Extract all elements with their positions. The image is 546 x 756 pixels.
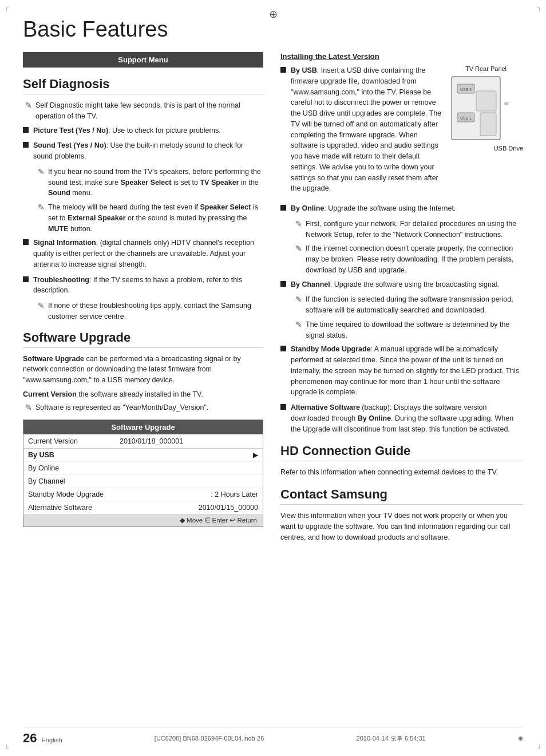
sw-upgrade-bold: Software Upgrade [23,355,84,363]
sw-menu-alternative-value: 2010/01/15_00000 [199,504,258,512]
by-online-note-1-text: First, configure your network. For detai… [306,219,523,240]
by-online-note-2-text: If the internet connection doesn't opera… [306,243,523,275]
bullet-icon [280,205,286,211]
sw-menu-by-channel[interactable]: By Channel [23,475,263,488]
by-usb-desc: : Insert a USB drive containing the firm… [291,66,441,192]
footer-date: 2010-04-14 오후 6:54:31 [357,734,426,743]
corner-mark-br: ┘ [537,745,541,751]
sw-table-footer: ◆ Move ∈ Enter ↩ Return [23,514,263,527]
sound-notes: ✎ If you hear no sound from the TV's spe… [23,167,263,235]
software-upgrade-title: Software Upgrade [23,330,263,348]
bullet-icon [23,239,29,245]
page-footer: 26 English [UC6200] BN68-02694F-00L04.in… [23,727,523,746]
sw-table-header: Software Upgrade [23,420,263,434]
by-channel-note-1-text: If the function is selected during the s… [306,294,523,316]
self-diagnosis-title: Self Diagnosis [23,77,263,94]
by-channel-text: By Channel: Upgrade the software using t… [291,279,499,290]
svg-text:or: or [504,101,509,106]
by-online-note-2: ✎ If the internet connection doesn't ope… [293,243,523,275]
current-version-label: Current Version [23,390,77,398]
crosshair-bottom-icon: ⊕ [518,735,523,742]
sound-test-text: Sound Test (Yes / No): Use the built-in … [33,140,263,162]
bullet-icon [23,276,29,282]
page-number: 26 [23,731,37,746]
note-icon: ✎ [295,219,302,228]
svg-text:USB 1: USB 1 [460,116,472,120]
footer-file: [UC6200] BN68-02694F-00L04.indb 26 [155,735,264,742]
troubleshooting-note-item: ✎ If none of these troubleshooting tips … [35,300,263,322]
bullet-icon [23,142,29,148]
sw-table-footer-text: ◆ Move ∈ Enter ↩ Return [180,517,257,524]
sound-test-label: Sound Test (Yes / No) [33,141,106,149]
hd-connection-text: Refer to this information when connectin… [280,467,523,478]
current-version-line: Current Version the software already ins… [23,389,263,400]
by-channel-notes: ✎ If the function is selected during the… [280,294,523,341]
by-online-item: By Online: Upgrade the software using th… [280,203,523,214]
by-online-label: By Online [291,204,324,212]
note-icon-intro: ✎ [25,101,32,110]
sw-menu-by-usb[interactable]: By USB ▶ [23,449,263,462]
usb-drive-label: USB Drive [449,145,523,152]
page-language: English [41,737,62,743]
corner-mark-tr: ┐ [537,5,541,11]
support-menu-header: Support Menu [23,52,263,68]
svg-rect-8 [476,91,496,111]
alternative-software-text: Alternative Software (backup): Displays … [291,402,523,434]
sound-test-item: Sound Test (Yes / No): Use the built-in … [23,140,263,162]
by-usb-item: By USB: Insert a USB drive containing th… [280,65,443,194]
tv-rear-panel-diagram: TV Rear Panel USB 2 USB 1 DIGITAL AUDIO … [449,65,523,152]
by-usb-label: By USB [291,66,317,74]
note-icon: ✎ [25,403,32,412]
by-channel-desc: : Upgrade the software using the broadca… [330,280,499,288]
by-online-text: By Online: Upgrade the software using th… [291,203,456,214]
tv-panel-svg: USB 2 USB 1 DIGITAL AUDIO OUT (OPTICAL) … [449,74,523,143]
tv-diagram-container: TV Rear Panel USB 2 USB 1 DIGITAL AUDIO … [280,65,523,199]
page-title: Basic Features [23,17,523,42]
by-channel-note-1: ✎ If the function is selected during the… [293,294,523,316]
self-diagnosis-section: Self Diagnosis ✎ Self Diagnostic might t… [23,77,263,322]
bullet-icon [280,346,286,351]
by-channel-note-2-text: The time required to download the softwa… [306,319,523,341]
by-channel-label: By Channel [291,280,330,288]
installing-latest-title: Installing the Latest Version [280,52,523,61]
note-icon: ✎ [38,203,45,212]
note-icon: ✎ [38,301,45,310]
current-version-text: the software already installed in the TV… [77,390,203,398]
sound-note-1-text: If you hear no sound from the TV's speak… [48,167,263,199]
sw-menu-by-usb-label: By USB [28,451,253,459]
note-icon: ✎ [295,320,302,329]
bullet-icon [23,127,29,133]
sw-menu-standby[interactable]: Standby Mode Upgrade : 2 Hours Later [23,488,263,501]
self-diagnosis-intro: ✎ Self Diagnostic might take few seconds… [23,100,263,122]
sound-note-2: ✎ The melody will be heard during the te… [35,202,263,234]
bullet-icon [280,281,286,287]
corner-mark-tl: ┌ [5,5,9,11]
alternative-software-item: Alternative Software (backup): Displays … [280,402,523,434]
picture-test-label: Picture Test (Yes / No) [33,126,108,134]
sw-current-version-value: 2010/01/18_000001 [120,437,258,445]
contact-samsung-title: Contact Samsung [280,487,523,505]
self-diagnosis-intro-text: Self Diagnostic might take few seconds, … [35,100,263,122]
signal-info-label: Signal Information [33,239,96,247]
picture-test-item: Picture Test (Yes / No): Use to check fo… [23,125,263,136]
sw-menu-by-online-label: By Online [28,464,258,472]
standby-mode-label: Standby Mode Upgrade [291,345,371,353]
hd-connection-section: HD Connection Guide Refer to this inform… [280,444,523,478]
sw-current-version-label: Current Version [28,437,120,445]
corner-mark-bl: └ [5,745,9,751]
signal-info-item: Signal Information: (digital channels on… [23,238,263,270]
sw-menu-alternative-label: Alternative Software [28,504,199,512]
sw-menu-by-online[interactable]: By Online [23,462,263,475]
sw-version-note: ✎ Software is represented as "Year/Month… [23,402,263,413]
page: ┌ ┐ └ ┘ ⊕ Basic Features Support Menu Se… [0,0,546,756]
troubleshooting-item: Troubleshooting: If the TV seems to have… [23,275,263,296]
software-upgrade-intro: Software Upgrade can be performed via a … [23,354,263,386]
troubleshooting-label: Troubleshooting [33,276,89,284]
software-upgrade-table: Software Upgrade Current Version 2010/01… [23,419,263,527]
sw-menu-standby-value: : 2 Hours Later [211,490,258,498]
note-icon: ✎ [38,167,45,176]
content-columns: Support Menu Self Diagnosis ✎ Self Diagn… [23,52,523,543]
by-online-note-1: ✎ First, configure your network. For det… [293,219,523,240]
sw-menu-alternative[interactable]: Alternative Software 2010/01/15_00000 [23,501,263,514]
sw-table-current-version-row: Current Version 2010/01/18_000001 [23,434,263,449]
